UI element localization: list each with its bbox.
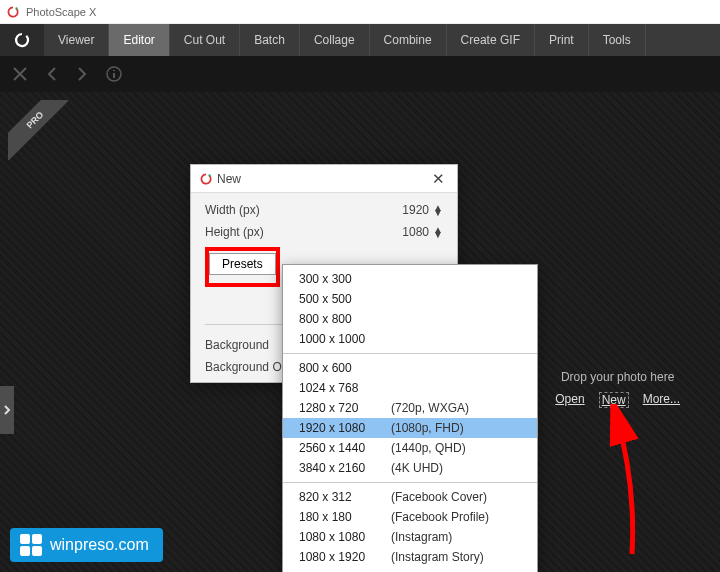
preset-note: (1440p, QHD)	[391, 441, 466, 455]
annotation-highlight: Presets	[205, 247, 280, 287]
new-link[interactable]: New	[599, 392, 629, 408]
width-spinner[interactable]: ▲▼	[433, 205, 443, 215]
preset-note: (720p, WXGA)	[391, 401, 469, 415]
editor-toolbar	[0, 56, 720, 92]
width-label: Width (px)	[205, 203, 377, 217]
preset-note: (4K UHD)	[391, 461, 443, 475]
preset-item[interactable]: 1024 x 768	[283, 378, 537, 398]
preset-dimensions: 800 x 800	[299, 312, 391, 326]
close-icon[interactable]	[12, 66, 28, 82]
preset-item[interactable]: 1280 x 720(720p, WXGA)	[283, 398, 537, 418]
dialog-header[interactable]: New ✕	[191, 165, 457, 193]
app-logo-icon	[6, 5, 20, 19]
preset-note: (1080p, FHD)	[391, 421, 464, 435]
tab-editor[interactable]: Editor	[109, 24, 169, 56]
preset-dimensions: 1000 x 1000	[299, 332, 391, 346]
preset-dimensions: 3840 x 2160	[299, 461, 391, 475]
drop-hint-text: Drop your photo here	[555, 370, 680, 384]
tab-cutout[interactable]: Cut Out	[170, 24, 240, 56]
preset-dimensions: 180 x 180	[299, 510, 391, 524]
preset-dimensions: 300 x 300	[299, 272, 391, 286]
preset-note: (Instagram)	[391, 530, 452, 544]
preset-item[interactable]: 1080 x 1080(Instagram)	[283, 527, 537, 547]
tab-batch[interactable]: Batch	[240, 24, 300, 56]
width-input[interactable]: 1920	[377, 203, 433, 217]
preset-item[interactable]: 800 x 600	[283, 358, 537, 378]
preset-note: (Instagram Story)	[391, 550, 484, 564]
presets-button[interactable]: Presets	[209, 253, 276, 275]
preset-item[interactable]: 1920 x 1080(1080p, FHD)	[283, 418, 537, 438]
preset-dimensions: 500 x 500	[299, 292, 391, 306]
sidebar-expand-handle[interactable]	[0, 386, 14, 434]
svg-point-2	[208, 174, 210, 176]
window-titlebar: PhotoScape X	[0, 0, 720, 24]
open-link[interactable]: Open	[555, 392, 584, 408]
drop-links: Open New More...	[555, 392, 680, 408]
preset-item[interactable]: 180 x 180(Facebook Profile)	[283, 507, 537, 527]
dialog-title: New	[217, 172, 241, 186]
preset-dimensions: 2560 x 1440	[299, 441, 391, 455]
chevron-right-icon	[3, 405, 11, 415]
preset-dimensions: 1024 x 768	[299, 381, 391, 395]
tab-creategif[interactable]: Create GIF	[447, 24, 535, 56]
preset-item[interactable]: 500 x 500	[283, 289, 537, 309]
tab-tools[interactable]: Tools	[589, 24, 646, 56]
preset-item[interactable]: 300 x 300	[283, 269, 537, 289]
tab-collage[interactable]: Collage	[300, 24, 370, 56]
watermark-badge: winpreso.com	[10, 528, 163, 562]
app-logo-icon	[199, 172, 213, 186]
app-title: PhotoScape X	[26, 6, 96, 18]
preset-dimensions: 1280 x 720	[299, 401, 391, 415]
tab-combine[interactable]: Combine	[370, 24, 447, 56]
height-input[interactable]: 1080	[377, 225, 433, 239]
nav-back-icon[interactable]	[46, 66, 58, 82]
presets-dropdown: 300 x 300500 x 500800 x 8001000 x 100080…	[282, 264, 538, 572]
main-tabbar: Viewer Editor Cut Out Batch Collage Comb…	[0, 24, 720, 56]
app-logo-icon	[13, 31, 31, 49]
preset-note: (Facebook Cover)	[391, 490, 487, 504]
tab-viewer[interactable]: Viewer	[44, 24, 109, 56]
preset-item[interactable]: 3840 x 2160(4K UHD)	[283, 458, 537, 478]
height-spinner[interactable]: ▲▼	[433, 227, 443, 237]
preset-item[interactable]: 110 x 110(Instagram Profile)	[283, 567, 537, 572]
more-link[interactable]: More...	[643, 392, 680, 408]
dialog-close-button[interactable]: ✕	[428, 170, 449, 188]
home-tab[interactable]	[0, 24, 44, 56]
info-icon[interactable]	[106, 66, 122, 82]
preset-item[interactable]: 2560 x 1440(1440p, QHD)	[283, 438, 537, 458]
dropdown-separator	[283, 353, 537, 354]
preset-note: (Facebook Profile)	[391, 510, 489, 524]
nav-forward-icon[interactable]	[76, 66, 88, 82]
watermark-text: winpreso.com	[50, 536, 149, 554]
dropdown-separator	[283, 482, 537, 483]
tab-print[interactable]: Print	[535, 24, 589, 56]
preset-dimensions: 800 x 600	[299, 361, 391, 375]
preset-dimensions: 1920 x 1080	[299, 421, 391, 435]
preset-item[interactable]: 1000 x 1000	[283, 329, 537, 349]
preset-item[interactable]: 800 x 800	[283, 309, 537, 329]
preset-item[interactable]: 1080 x 1920(Instagram Story)	[283, 547, 537, 567]
pro-ribbon: PRO	[8, 100, 68, 160]
preset-dimensions: 1080 x 1920	[299, 550, 391, 564]
height-label: Height (px)	[205, 225, 377, 239]
drop-hint: Drop your photo here Open New More...	[555, 370, 680, 408]
preset-item[interactable]: 820 x 312(Facebook Cover)	[283, 487, 537, 507]
svg-point-0	[15, 7, 17, 9]
preset-dimensions: 1080 x 1080	[299, 530, 391, 544]
windows-icon	[20, 534, 42, 556]
preset-dimensions: 820 x 312	[299, 490, 391, 504]
